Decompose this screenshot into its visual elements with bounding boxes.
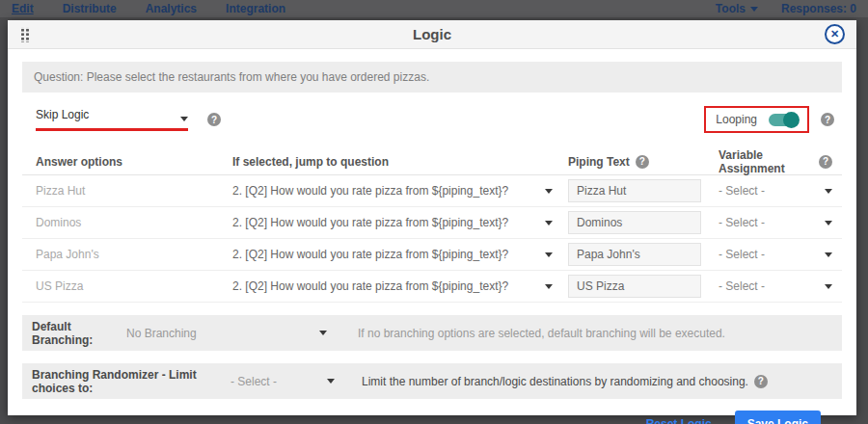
- header-variable-assignment: Variable Assignment ?: [719, 148, 842, 175]
- nav-item-distribute[interactable]: Distribute: [63, 1, 117, 16]
- nav-item-analytics[interactable]: Analytics: [146, 1, 197, 16]
- header-answer-options: Answer options: [22, 155, 232, 169]
- save-logic-button[interactable]: Save Logic: [735, 411, 821, 424]
- help-icon[interactable]: ?: [207, 113, 221, 126]
- chevron-down-icon: [750, 7, 758, 12]
- jump-question-value: 2. [Q2] How would you rate pizza from ${…: [232, 248, 508, 261]
- modal-footer: Reset Logic Save Logic: [22, 399, 842, 424]
- jump-question-value: 2. [Q2] How would you rate pizza from ${…: [232, 216, 508, 229]
- help-icon[interactable]: ?: [819, 155, 832, 169]
- chevron-down-icon: [319, 331, 327, 335]
- jump-question-dropdown[interactable]: 2. [Q2] How would you rate pizza from ${…: [232, 279, 558, 293]
- responses-counter: Responses: 0: [781, 2, 856, 15]
- header-piping-text: Piping Text ?: [568, 155, 703, 169]
- piping-text-cell: [568, 275, 703, 298]
- piping-text-input[interactable]: [568, 211, 701, 234]
- jump-question-value: 2. [Q2] How would you rate pizza from ${…: [232, 279, 508, 293]
- looping-label: Looping: [716, 113, 757, 126]
- default-branching-label: Default Branching:: [32, 320, 126, 347]
- table-row: US Pizza 2. [Q2] How would you rate pizz…: [22, 271, 842, 303]
- variable-assignment-dropdown[interactable]: - Select -: [719, 248, 842, 261]
- randomizer-label: Branching Randomizer - Limit choices to:: [32, 368, 231, 395]
- piping-text-cell: [568, 243, 703, 266]
- variable-assignment-value: - Select -: [719, 216, 765, 229]
- piping-text-cell: [568, 179, 703, 202]
- logic-type-row: Skip Logic ? Looping ?: [22, 106, 842, 133]
- header-variable-label: Variable Assignment: [719, 148, 813, 175]
- default-branching-bar: Default Branching: No Branching If no br…: [22, 315, 842, 351]
- close-icon[interactable]: ✕: [825, 24, 845, 44]
- default-branching-description: If no branching options are selected, de…: [358, 327, 725, 340]
- help-icon[interactable]: ?: [754, 375, 768, 388]
- chevron-down-icon: [825, 221, 832, 225]
- piping-text-input[interactable]: [568, 179, 701, 202]
- piping-text-cell: [568, 211, 703, 234]
- answer-option-label: Pizza Hut: [22, 184, 232, 198]
- default-branching-dropdown[interactable]: No Branching: [126, 327, 319, 340]
- logic-type-left: Skip Logic ?: [36, 108, 221, 131]
- jump-question-dropdown[interactable]: 2. [Q2] How would you rate pizza from ${…: [232, 184, 558, 198]
- top-navigation-bar: Edit Distribute Analytics Integration To…: [0, 0, 868, 17]
- logic-type-dropdown[interactable]: Skip Logic: [36, 108, 188, 131]
- nav-item-integration[interactable]: Integration: [226, 1, 285, 16]
- table-row: Pizza Hut 2. [Q2] How would you rate piz…: [22, 175, 842, 207]
- answer-option-label: US Pizza: [22, 279, 232, 293]
- nav-menu: Edit Distribute Analytics Integration: [12, 1, 285, 16]
- question-banner: Question: Please select the restaurants …: [22, 62, 842, 93]
- modal-title: Logic: [8, 26, 856, 42]
- logic-modal: Logic ✕ Question: Please select the rest…: [8, 20, 856, 415]
- logic-table: Answer options If selected, jump to ques…: [22, 148, 842, 303]
- variable-assignment-dropdown[interactable]: - Select -: [719, 279, 842, 293]
- help-icon[interactable]: ?: [636, 155, 649, 169]
- chevron-down-icon: [825, 284, 832, 289]
- modal-body: Question: Please select the restaurants …: [8, 62, 856, 424]
- tools-dropdown[interactable]: Tools: [716, 2, 758, 15]
- help-icon[interactable]: ?: [821, 113, 834, 126]
- looping-toggle[interactable]: [769, 114, 798, 126]
- variable-assignment-value: - Select -: [719, 279, 765, 293]
- variable-assignment-dropdown[interactable]: - Select -: [719, 216, 842, 229]
- chevron-down-icon: [825, 189, 832, 194]
- chevron-down-icon: [545, 284, 553, 289]
- chevron-down-icon: [545, 221, 553, 225]
- header-jump-question: If selected, jump to question: [232, 155, 558, 169]
- reset-logic-button[interactable]: Reset Logic: [646, 417, 712, 424]
- header-jump-label: If selected, jump to question: [232, 155, 389, 169]
- jump-question-value: 2. [Q2] How would you rate pizza from ${…: [232, 184, 508, 198]
- chevron-down-icon: [545, 189, 553, 194]
- jump-question-dropdown[interactable]: 2. [Q2] How would you rate pizza from ${…: [232, 216, 558, 229]
- variable-assignment-value: - Select -: [719, 248, 765, 261]
- looping-highlight-box: Looping: [704, 106, 809, 133]
- variable-assignment-dropdown[interactable]: - Select -: [719, 184, 842, 198]
- variable-assignment-value: - Select -: [719, 184, 765, 198]
- looping-section: Looping ?: [704, 106, 834, 133]
- logic-type-value: Skip Logic: [36, 108, 89, 121]
- chevron-down-icon: [825, 252, 832, 257]
- table-row: Dominos 2. [Q2] How would you rate pizza…: [22, 207, 842, 239]
- chevron-down-icon: [327, 379, 335, 384]
- nav-right: Tools Responses: 0: [716, 2, 856, 15]
- tools-label: Tools: [716, 2, 746, 15]
- randomizer-description-text: Limit the number of branch/logic destina…: [362, 375, 748, 388]
- piping-text-input[interactable]: [568, 275, 701, 298]
- answer-option-label: Dominos: [22, 216, 232, 229]
- nav-item-edit[interactable]: Edit: [12, 1, 34, 16]
- jump-question-dropdown[interactable]: 2. [Q2] How would you rate pizza from ${…: [232, 248, 558, 261]
- table-row: Papa John's 2. [Q2] How would you rate p…: [22, 239, 842, 271]
- randomizer-dropdown[interactable]: - Select -: [231, 375, 327, 388]
- randomizer-description: Limit the number of branch/logic destina…: [362, 375, 768, 388]
- modal-header: Logic ✕: [8, 20, 856, 49]
- table-header-row: Answer options If selected, jump to ques…: [22, 148, 842, 175]
- chevron-down-icon: [545, 252, 553, 257]
- piping-text-input[interactable]: [568, 243, 701, 266]
- header-piping-label: Piping Text: [568, 155, 630, 169]
- chevron-down-icon: [180, 117, 188, 121]
- answer-option-label: Papa John's: [22, 248, 232, 261]
- branching-randomizer-bar: Branching Randomizer - Limit choices to:…: [22, 363, 842, 399]
